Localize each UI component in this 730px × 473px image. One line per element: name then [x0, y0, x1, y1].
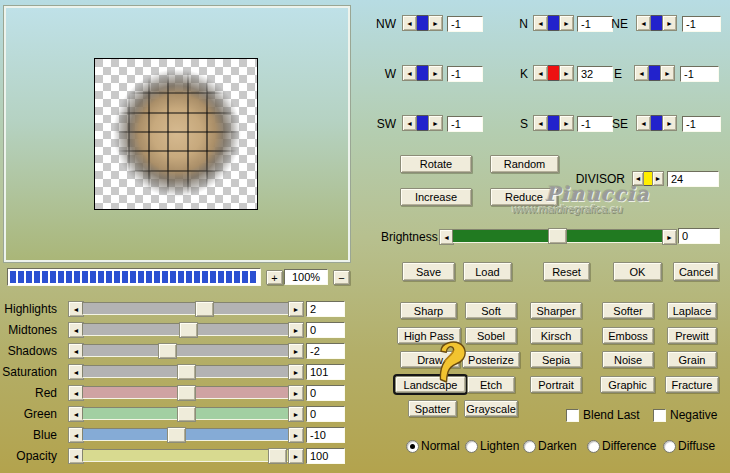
shadows-slider-track[interactable]	[82, 344, 290, 357]
blue-increment-button[interactable]: ►	[288, 427, 304, 443]
preset-kirsch-button[interactable]: Kirsch	[530, 327, 582, 344]
kernel-ne-increment-button[interactable]: ►	[662, 15, 677, 31]
ok-button[interactable]: OK	[613, 262, 662, 281]
random-button[interactable]: Random	[490, 155, 559, 173]
preset-sharper-button[interactable]: Sharper	[530, 302, 582, 319]
kernel-s-decrement-button[interactable]: ◄	[533, 115, 548, 131]
kernel-w-decrement-button[interactable]: ◄	[402, 65, 417, 81]
midtones-slider-thumb[interactable]	[179, 322, 198, 338]
highlights-slider-track[interactable]	[82, 302, 290, 315]
kernel-sw-increment-button[interactable]: ►	[428, 115, 443, 131]
blend-last-label: Blend Last	[583, 408, 640, 422]
kernel-e-value[interactable]: -1	[680, 66, 719, 82]
highlights-slider-thumb[interactable]	[195, 301, 214, 317]
preset-sharp-button[interactable]: Sharp	[400, 302, 457, 319]
adjustment-label-opacity: Opacity	[0, 449, 57, 463]
kernel-se-value[interactable]: -1	[682, 116, 721, 132]
preset-softer-button[interactable]: Softer	[602, 302, 654, 319]
kernel-nw-value[interactable]: -1	[447, 16, 483, 32]
green-value[interactable]: 0	[306, 406, 345, 422]
saturation-increment-button[interactable]: ►	[288, 364, 304, 380]
blue-slider-thumb[interactable]	[167, 427, 186, 443]
preset-noise-button[interactable]: Noise	[602, 351, 654, 368]
kernel-ne-value[interactable]: -1	[682, 16, 721, 32]
kernel-n-decrement-button[interactable]: ◄	[533, 15, 548, 31]
zoom-segments[interactable]	[7, 268, 261, 286]
kernel-ne-decrement-button[interactable]: ◄	[636, 15, 651, 31]
load-button[interactable]: Load	[463, 262, 512, 281]
kernel-sw-decrement-button[interactable]: ◄	[402, 115, 417, 131]
opacity-increment-button[interactable]: ►	[288, 448, 304, 464]
kernel-nw-increment-button[interactable]: ►	[428, 15, 443, 31]
kernel-w-value[interactable]: -1	[447, 66, 483, 82]
red-increment-button[interactable]: ►	[288, 385, 304, 401]
kernel-se-increment-button[interactable]: ►	[662, 115, 677, 131]
kernel-n-increment-button[interactable]: ►	[559, 15, 574, 31]
brightness-increment-button[interactable]: ►	[662, 229, 677, 245]
blend-mode-radio-diffuse[interactable]	[663, 440, 676, 453]
preset-grain-button[interactable]: Grain	[667, 351, 717, 368]
shadows-slider-thumb[interactable]	[158, 343, 177, 359]
red-slider-thumb[interactable]	[177, 385, 196, 401]
green-slider-thumb[interactable]	[177, 406, 196, 422]
zoom-in-button[interactable]: +	[266, 270, 283, 285]
preset-emboss-button[interactable]: Emboss	[602, 327, 654, 344]
divisor-increment-button[interactable]: ►	[652, 171, 664, 186]
watermark-site: www.maidiregrafica.eu	[512, 203, 623, 215]
preset-portrait-button[interactable]: Portrait	[530, 376, 582, 393]
midtones-increment-button[interactable]: ►	[288, 322, 304, 338]
increase-button[interactable]: Increase	[400, 188, 472, 206]
kernel-e-decrement-button[interactable]: ◄	[634, 65, 649, 81]
preset-posterize-button[interactable]: Posterize	[462, 351, 520, 368]
green-increment-button[interactable]: ►	[288, 406, 304, 422]
preset-soft-button[interactable]: Soft	[465, 302, 517, 319]
cancel-button[interactable]: Cancel	[673, 262, 719, 281]
blend-last-checkbox[interactable]	[566, 409, 579, 422]
blend-mode-label-normal: Normal	[421, 439, 460, 453]
blend-mode-radio-lighten[interactable]	[465, 440, 478, 453]
preset-sepia-button[interactable]: Sepia	[530, 351, 582, 368]
negative-checkbox[interactable]	[653, 409, 666, 422]
opacity-slider-thumb[interactable]	[268, 448, 287, 464]
blend-mode-radio-normal[interactable]	[406, 440, 419, 453]
saturation-slider-thumb[interactable]	[177, 364, 196, 380]
preset-laplace-button[interactable]: Laplace	[667, 302, 717, 319]
kernel-e-increment-button[interactable]: ►	[660, 65, 675, 81]
kernel-w-increment-button[interactable]: ►	[428, 65, 443, 81]
midtones-value[interactable]: 0	[306, 322, 345, 338]
kernel-se-decrement-button[interactable]: ◄	[636, 115, 651, 131]
red-value[interactable]: 0	[306, 385, 345, 401]
kernel-nw-decrement-button[interactable]: ◄	[402, 15, 417, 31]
preset-spatter-button[interactable]: Spatter	[408, 400, 457, 417]
blend-mode-label-darken: Darken	[538, 439, 577, 453]
hand-cursor-icon	[434, 341, 468, 385]
brightness-value[interactable]: 0	[678, 228, 720, 244]
divisor-value[interactable]: 24	[667, 171, 719, 187]
kernel-s-increment-button[interactable]: ►	[559, 115, 574, 131]
preset-etch-button[interactable]: Etch	[467, 376, 515, 393]
blue-slider-track[interactable]	[82, 428, 290, 441]
zoom-out-button[interactable]: −	[333, 270, 350, 285]
shadows-value[interactable]: -2	[306, 343, 345, 359]
opacity-slider-track[interactable]	[82, 449, 290, 462]
rotate-button[interactable]: Rotate	[400, 155, 472, 173]
reset-button[interactable]: Reset	[543, 262, 590, 281]
shadows-increment-button[interactable]: ►	[288, 343, 304, 359]
brightness-slider-thumb[interactable]	[548, 228, 567, 244]
kernel-k-decrement-button[interactable]: ◄	[533, 65, 548, 81]
blend-mode-radio-difference[interactable]	[587, 440, 600, 453]
preset-prewitt-button[interactable]: Prewitt	[667, 327, 717, 344]
highlights-increment-button[interactable]: ►	[288, 301, 304, 317]
blue-value[interactable]: -10	[306, 427, 345, 443]
opacity-value[interactable]: 100	[306, 448, 345, 464]
blend-mode-radio-darken[interactable]	[523, 440, 536, 453]
preset-graphic-button[interactable]: Graphic	[600, 376, 655, 393]
preset-grayscale-button[interactable]: Grayscale	[464, 400, 518, 417]
saturation-value[interactable]: 101	[306, 364, 345, 380]
save-button[interactable]: Save	[402, 262, 455, 281]
highlights-value[interactable]: 2	[306, 301, 345, 317]
preset-sobel-button[interactable]: Sobel	[465, 327, 517, 344]
kernel-sw-value[interactable]: -1	[447, 116, 483, 132]
preset-fracture-button[interactable]: Fracture	[665, 376, 719, 393]
kernel-k-increment-button[interactable]: ►	[559, 65, 574, 81]
